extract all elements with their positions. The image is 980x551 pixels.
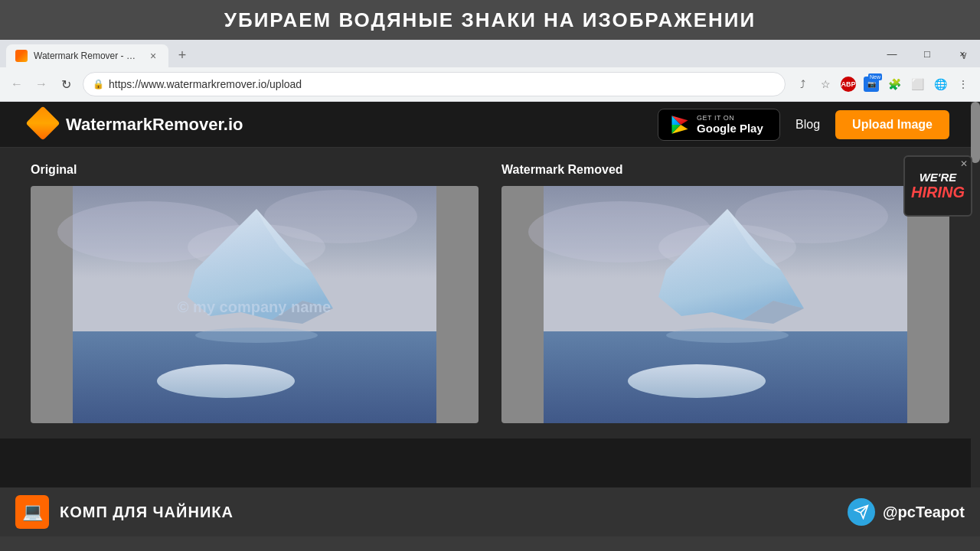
original-image-svg: © my company name (31, 186, 479, 423)
original-panel: Original (31, 163, 479, 423)
bottom-brand: КОМП ДЛЯ ЧАЙНИКА (60, 504, 234, 521)
svg-text:© my company name: © my company name (178, 298, 331, 315)
hiring-were: WE'RE (920, 171, 957, 184)
google-play-text: GET IT ON Google Play (697, 114, 763, 135)
bottom-right: @pcTeapot (848, 498, 965, 526)
window-maximize-button[interactable]: □ (910, 40, 945, 67)
images-row: Original (31, 163, 949, 423)
screenshot-icon: 📷 New (864, 77, 879, 92)
extension-puzzle[interactable]: 🧩 (884, 73, 905, 95)
tab-title: Watermark Remover - Remove w... (34, 51, 141, 61)
profile-button[interactable]: 🌐 (929, 73, 951, 95)
logo-text: WatermarkRemover.io (66, 115, 243, 135)
original-label: Original (31, 163, 479, 177)
site-header-right: GET IT ON Google Play Blog Upload Image (658, 109, 949, 141)
tab-close-button[interactable]: × (147, 50, 159, 62)
hiring-close-button[interactable]: ✕ (960, 158, 968, 169)
svg-point-13 (195, 328, 318, 343)
active-tab[interactable]: Watermark Remover - Remove w... × (6, 44, 168, 67)
blog-link[interactable]: Blog (795, 118, 820, 132)
abp-extension[interactable]: ABP (838, 73, 859, 95)
share-button[interactable]: ⤴ (792, 73, 813, 95)
removed-label: Watermark Removed (501, 163, 949, 177)
bottom-bar: 💻 КОМП ДЛЯ ЧАЙНИКА @pcTeapot (0, 487, 980, 536)
site-logo: WatermarkRemover.io (31, 111, 243, 139)
browser-actions: ⤴ ☆ ABP 📷 New 🧩 ⬜ 🌐 ⋮ (792, 73, 974, 95)
website: WatermarkRemover.io (0, 102, 980, 487)
window-buttons: — □ × (874, 40, 980, 67)
removed-image-svg (501, 186, 949, 423)
google-play-icon (669, 114, 691, 135)
svg-point-23 (628, 364, 766, 398)
google-play-label: Google Play (697, 122, 763, 135)
screenshot-extension[interactable]: 📷 New (861, 73, 882, 95)
bottom-handle: @pcTeapot (883, 504, 965, 521)
bookmark-button[interactable]: ☆ (815, 73, 836, 95)
hiring-hiring: HIRING (911, 184, 965, 201)
browser-controls: ← → ↻ 🔒 https://www.watermarkremover.io/… (0, 67, 980, 101)
top-banner: УБИРАЕМ ВОДЯНЫЕ ЗНАКИ НА ИЗОБРАЖЕНИИ (0, 0, 980, 40)
address-bar[interactable]: 🔒 https://www.watermarkremover.io/upload (83, 72, 786, 96)
svg-point-12 (157, 364, 295, 398)
telegram-icon[interactable] (848, 498, 875, 526)
lock-icon: 🔒 (93, 79, 104, 90)
tab-favicon (15, 50, 28, 62)
browser-chrome: — □ × Watermark Remover - Remove w... × … (0, 40, 980, 102)
browser-tabs: Watermark Remover - Remove w... × + ∨ (0, 40, 980, 67)
removed-image (501, 186, 949, 423)
new-tab-button[interactable]: + (172, 44, 193, 66)
split-button[interactable]: ⬜ (906, 73, 928, 95)
new-badge: New (868, 73, 882, 80)
laptop-icon: 💻 (15, 495, 49, 529)
window-close-button[interactable]: × (945, 40, 980, 67)
more-menu-button[interactable]: ⋮ (952, 73, 974, 95)
removed-panel: Watermark Removed (501, 163, 949, 423)
back-button[interactable]: ← (6, 73, 28, 95)
logo-diamond (25, 106, 60, 140)
bottom-left: 💻 КОМП ДЛЯ ЧАЙНИКА (15, 495, 234, 529)
hiring-badge[interactable]: ✕ WE'RE HIRING (903, 155, 972, 217)
google-play-get-it: GET IT ON (697, 114, 763, 122)
telegram-svg (854, 504, 869, 520)
scrollbar-thumb[interactable] (971, 102, 980, 163)
google-play-button[interactable]: GET IT ON Google Play (658, 109, 780, 141)
window-minimize-button[interactable]: — (874, 40, 910, 67)
site-main: ✕ WE'RE HIRING Original (0, 148, 980, 439)
address-text: https://www.watermarkremover.io/upload (109, 78, 776, 90)
reload-button[interactable]: ↻ (55, 73, 77, 95)
site-header: WatermarkRemover.io (0, 102, 980, 148)
svg-point-24 (666, 328, 789, 343)
top-banner-text: УБИРАЕМ ВОДЯНЫЕ ЗНАКИ НА ИЗОБРАЖЕНИИ (224, 8, 756, 32)
forward-button[interactable]: → (31, 73, 52, 95)
abp-icon: ABP (841, 77, 856, 92)
logo-icon (31, 111, 58, 139)
upload-image-button[interactable]: Upload Image (835, 110, 949, 139)
original-image: © my company name (31, 186, 479, 423)
